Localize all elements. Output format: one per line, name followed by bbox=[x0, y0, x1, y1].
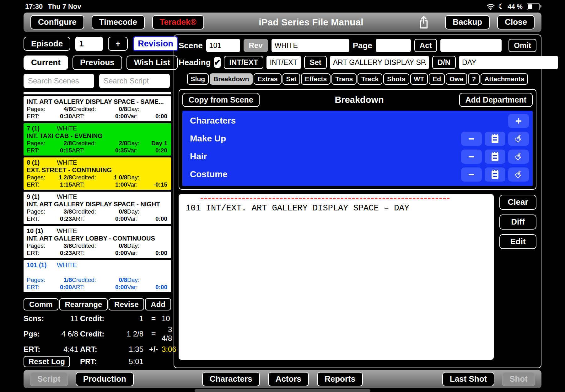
tab-wt[interactable]: WT bbox=[410, 73, 428, 85]
production-button[interactable]: Production bbox=[76, 372, 134, 386]
episode-button[interactable]: Episode bbox=[24, 37, 70, 51]
teradek-button[interactable]: Teradek® bbox=[152, 15, 204, 29]
notes-costume-button[interactable] bbox=[485, 167, 505, 182]
episode-number-input[interactable] bbox=[75, 37, 103, 51]
scene-list-clipped-item[interactable] bbox=[24, 92, 171, 94]
heading-checkbox[interactable]: ✔ bbox=[214, 57, 221, 68]
department-row-costume: Costume−☞ bbox=[186, 166, 530, 183]
add-scene-button[interactable]: Add bbox=[145, 298, 171, 311]
reset-log-button[interactable]: Reset Log bbox=[24, 356, 70, 367]
set-input[interactable] bbox=[330, 56, 429, 69]
tab-effects[interactable]: Effects bbox=[301, 73, 331, 85]
revision-button[interactable]: Revision bbox=[133, 36, 178, 51]
assign-make-up-button[interactable]: ☞ bbox=[508, 132, 529, 146]
page-label: Page bbox=[353, 41, 372, 50]
tab--[interactable]: ? bbox=[468, 73, 480, 85]
credit-pages-label: Credit: bbox=[80, 330, 113, 338]
notes-hair-button[interactable] bbox=[485, 150, 505, 164]
clear-button[interactable]: Clear bbox=[499, 195, 536, 210]
revise-button[interactable]: Revise bbox=[109, 298, 144, 311]
add-department-button[interactable]: Add Department bbox=[459, 93, 533, 107]
scene-list-item[interactable]: 8 (1)WHITEEXT. STREET - CONTINUINGPages:… bbox=[24, 157, 171, 190]
assign-costume-button[interactable]: ☞ bbox=[508, 167, 529, 182]
script-button[interactable]: Script bbox=[30, 372, 68, 386]
add-characters-button[interactable]: + bbox=[508, 114, 529, 128]
timecode-button[interactable]: Timecode bbox=[92, 15, 145, 29]
tab-owe[interactable]: Owe bbox=[446, 73, 467, 85]
notes-make-up-button[interactable] bbox=[485, 132, 505, 146]
scene-list-item[interactable]: 7 (1)WHITEINT. TAXI CAB - EVENINGPages:2… bbox=[24, 123, 171, 156]
close-button[interactable]: Close bbox=[497, 15, 535, 29]
shot-button[interactable]: Shot bbox=[502, 372, 535, 386]
diff-button[interactable]: Diff bbox=[499, 215, 536, 230]
scene-item-stats: Pages:3/8Credited:0/8Day:ERT:0:23ART:0:0… bbox=[27, 208, 168, 222]
scene-item-revision: WHITE bbox=[57, 125, 77, 132]
add-episode-button[interactable]: + bbox=[108, 37, 128, 51]
prt-value: 5:01 bbox=[113, 357, 145, 366]
configure-button[interactable]: Configure bbox=[30, 15, 84, 29]
act-input[interactable] bbox=[440, 39, 502, 52]
scene-item-number: 10 (1) bbox=[27, 227, 57, 235]
tab-extras[interactable]: Extras bbox=[254, 73, 281, 85]
tab-previous[interactable]: Previous bbox=[73, 56, 122, 70]
revision-color-input[interactable] bbox=[272, 39, 349, 52]
search-scenes-input[interactable] bbox=[24, 74, 94, 88]
scene-number-input[interactable] bbox=[206, 39, 240, 52]
tab-trans[interactable]: Trans bbox=[331, 73, 357, 85]
comm-button[interactable]: Comm bbox=[24, 298, 58, 311]
tab-breakdown[interactable]: Breakdown bbox=[210, 73, 253, 85]
omit-button[interactable]: Omit bbox=[508, 39, 536, 52]
remove-make-up-button[interactable]: − bbox=[461, 132, 482, 146]
department-label-characters[interactable]: Characters bbox=[186, 116, 236, 126]
plus-minus-sign: +/- bbox=[145, 345, 162, 354]
scene-list-item[interactable]: 10 (1)WHITEINT. ART GALLERY LOBBY - CONT… bbox=[24, 226, 171, 258]
scene-list-item[interactable]: INT. ART GALLERY DISPLAY SPACE - SAME...… bbox=[24, 96, 171, 121]
search-script-input[interactable] bbox=[99, 74, 170, 88]
scene-list[interactable]: INT. ART GALLERY DISPLAY SPACE - SAME...… bbox=[24, 92, 171, 295]
tab-ed[interactable]: Ed bbox=[429, 73, 445, 85]
scene-item-revision: WHITE bbox=[57, 227, 77, 235]
breakdown-title: Breakdown bbox=[260, 95, 459, 105]
minus-icon: − bbox=[468, 151, 475, 162]
last-shot-button[interactable]: Last Shot bbox=[442, 372, 494, 386]
hand-icon: ☞ bbox=[512, 150, 525, 163]
tab-attachments[interactable]: Attachments bbox=[481, 73, 528, 85]
date: Thu 7 Nov bbox=[48, 3, 81, 11]
moon-icon: ☾ bbox=[498, 3, 504, 10]
tab-wish-list[interactable]: Wish List bbox=[126, 56, 178, 70]
reports-button[interactable]: Reports bbox=[317, 372, 363, 386]
tab-track[interactable]: Track bbox=[358, 73, 382, 85]
act-button[interactable]: Act bbox=[414, 39, 437, 52]
scene-list-item[interactable]: 101 (1)WHITEPages:1/8Credited:0/8Day:ERT… bbox=[24, 260, 171, 292]
scene-list-item[interactable]: 9 (1)WHITEINT. ART GALLERY DISPLAY SPACE… bbox=[24, 192, 171, 224]
day-night-input[interactable] bbox=[459, 56, 558, 69]
app-screen: 17:30 Thu 7 Nov ☾ 44 % Configure Timecod… bbox=[0, 0, 565, 392]
remove-hair-button[interactable]: − bbox=[461, 150, 482, 164]
page-input[interactable] bbox=[376, 39, 411, 52]
script-page[interactable]: 101 INT/EXT. ART GALLERY DISPLAY SPACE –… bbox=[179, 194, 494, 360]
tab-slug[interactable]: Slug bbox=[187, 73, 209, 85]
script-area: 101 INT/EXT. ART GALLERY DISPLAY SPACE –… bbox=[179, 194, 536, 360]
rearrange-button[interactable]: Rearrange bbox=[59, 298, 108, 311]
copy-from-scene-button[interactable]: Copy from Scene bbox=[182, 93, 260, 107]
department-label-costume[interactable]: Costume bbox=[186, 169, 228, 179]
remove-costume-button[interactable]: − bbox=[461, 167, 482, 182]
int-ext-input[interactable] bbox=[266, 56, 301, 69]
tab-set[interactable]: Set bbox=[282, 73, 300, 85]
share-icon[interactable] bbox=[418, 16, 429, 29]
assign-hair-button[interactable]: ☞ bbox=[508, 150, 529, 164]
day-night-button[interactable]: D/N bbox=[432, 56, 456, 69]
home-indicator[interactable] bbox=[195, 389, 370, 392]
department-label-hair[interactable]: Hair bbox=[186, 151, 207, 162]
tab-current[interactable]: Current bbox=[24, 56, 68, 70]
int-ext-button[interactable]: INT/EXT bbox=[224, 56, 263, 69]
department-label-make-up[interactable]: Make Up bbox=[186, 134, 226, 144]
backup-button[interactable]: Backup bbox=[445, 15, 490, 29]
rev-button[interactable]: Rev bbox=[244, 39, 268, 52]
set-button[interactable]: Set bbox=[304, 56, 326, 69]
actors-button[interactable]: Actors bbox=[268, 372, 309, 386]
characters-button[interactable]: Characters bbox=[202, 372, 260, 386]
tab-shots[interactable]: Shots bbox=[383, 73, 409, 85]
edit-button[interactable]: Edit bbox=[499, 234, 536, 249]
hand-icon: ☞ bbox=[512, 132, 525, 145]
